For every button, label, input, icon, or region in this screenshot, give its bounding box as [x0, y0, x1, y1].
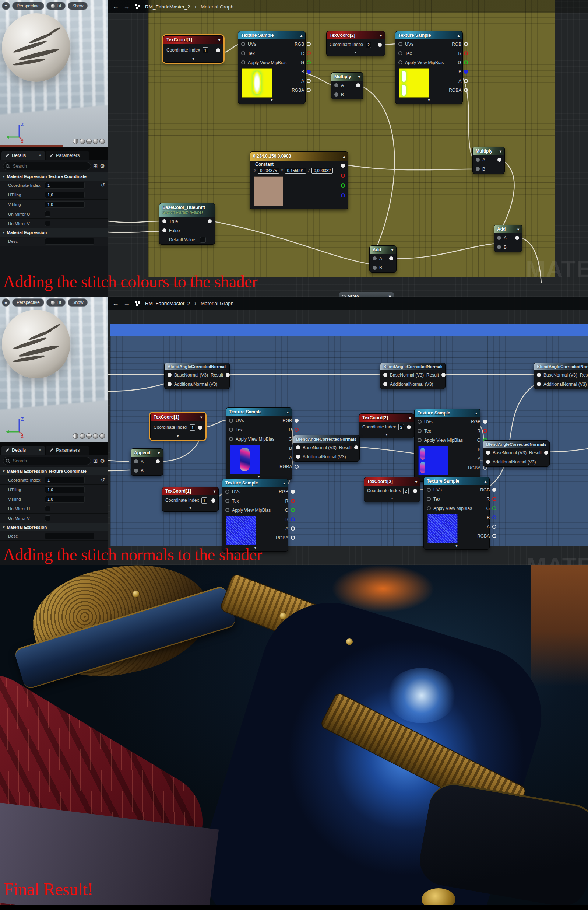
input-pin-basenormal[interactable]	[537, 373, 541, 377]
output-pin-result[interactable]	[441, 373, 446, 377]
chevron-up-icon[interactable]: ▴	[300, 34, 302, 37]
node-header[interactable]: Texture Sample▴	[226, 408, 292, 416]
gear-icon[interactable]: ⚙	[100, 458, 105, 464]
node-header[interactable]: Texture Sample▴	[396, 31, 462, 39]
breadcrumb-graph[interactable]: Material Graph	[201, 4, 233, 10]
node-header[interactable]: TexCoord[2]▾	[359, 414, 414, 422]
forward-icon[interactable]: →	[123, 300, 130, 306]
section-header[interactable]: ▾Material Expression Texture Coordinate	[0, 172, 108, 181]
collapse-chevron-icon[interactable]: ▾	[150, 434, 205, 439]
output-pin[interactable]	[413, 489, 417, 493]
input-pin-additionalnormal[interactable]	[486, 460, 490, 464]
reset-icon[interactable]: ↺	[101, 182, 105, 188]
chevron-down-icon[interactable]: ▾	[358, 75, 360, 79]
node-header[interactable]: TexCoord[2]▾	[326, 31, 385, 39]
node-texsample[interactable]: Texture Sample▴UVsTexApply View MipBiasR…	[226, 408, 292, 481]
input-pin-basenormal[interactable]	[383, 373, 387, 377]
output-pin-r[interactable]	[291, 499, 295, 503]
hamburger-icon[interactable]: ≡	[2, 2, 10, 10]
viewport-button-lit[interactable]: Lit	[47, 2, 66, 10]
input-pin-b[interactable]	[134, 469, 138, 473]
chevron-up-icon[interactable]: ▴	[343, 154, 345, 159]
texture-preview[interactable]	[399, 68, 429, 98]
input-pin-apply-view-mipbias[interactable]	[398, 60, 402, 65]
node-header[interactable]: TexCoord[1]▾	[162, 487, 218, 495]
output-pin-g[interactable]	[307, 60, 311, 65]
graph-icon[interactable]	[134, 4, 141, 10]
section-header[interactable]: ▾Material Expression	[0, 523, 108, 531]
grid-icon[interactable]: ⊞	[93, 458, 98, 464]
coordinate-index-value[interactable]: 2	[366, 42, 371, 48]
input-pin-tex[interactable]	[225, 499, 229, 503]
output-pin[interactable]	[378, 43, 382, 47]
output-pin-g[interactable]	[291, 508, 295, 512]
node-header[interactable]: TexCoord[1]▾	[150, 413, 205, 421]
texture-preview[interactable]	[226, 516, 256, 545]
chevron-down-icon[interactable]: ▾	[415, 480, 417, 484]
search-input[interactable]	[3, 162, 91, 170]
constant-value[interactable]: 0,234375	[258, 168, 279, 173]
chevron-up-icon[interactable]: ▴	[485, 479, 486, 483]
node-header[interactable]: Multiply▾	[331, 73, 363, 81]
texture-preview[interactable]	[230, 445, 260, 474]
chevron-up-icon[interactable]: ▴	[283, 481, 285, 485]
checkbox[interactable]	[45, 506, 50, 512]
collapse-chevron-icon[interactable]: ▾	[326, 50, 385, 56]
back-icon[interactable]: ←	[112, 300, 119, 306]
search-input[interactable]	[3, 457, 91, 465]
chevron-down-icon[interactable]: ▾	[158, 451, 160, 455]
input-pin-uvs[interactable]	[225, 490, 229, 494]
reset-icon[interactable]: ↺	[101, 477, 105, 483]
tab-details[interactable]: Details ×	[2, 151, 45, 160]
node-texcoord[interactable]: TexCoord[2]▾Coordinate Index2▾	[359, 413, 414, 439]
node-op[interactable]: Add▾AB	[494, 225, 522, 252]
chevron-down-icon[interactable]: ▾	[218, 38, 220, 42]
collapse-chevron-icon[interactable]: ▾	[424, 543, 489, 549]
texture-preview[interactable]	[428, 514, 458, 543]
viewport-button-show[interactable]: Show	[68, 2, 88, 10]
node-bacn[interactable]: BlendAngleCorrectedNormalsBaseNormal (V3…	[380, 363, 446, 389]
node-op[interactable]: Append▾AB	[131, 449, 163, 476]
output-pin-a[interactable]	[291, 526, 295, 531]
output-pin-rgb[interactable]	[291, 490, 295, 494]
output-pin-rgba[interactable]	[291, 536, 295, 540]
input-pin-uvs[interactable]	[398, 42, 402, 46]
chevron-down-icon[interactable]: ▾	[213, 489, 215, 493]
coordinate-index-value[interactable]: 1	[190, 424, 195, 431]
node-header[interactable]: BlendAngleCorrectedNormals	[165, 363, 229, 370]
output-pin[interactable]	[389, 256, 393, 261]
value-field[interactable]: 1,0	[45, 486, 85, 493]
node-op[interactable]: Add▾AB	[369, 245, 397, 273]
input-pin-apply-view-mipbias[interactable]	[229, 437, 233, 441]
output-pin[interactable]	[498, 158, 501, 162]
input-pin-a[interactable]	[476, 158, 480, 162]
collapse-chevron-icon[interactable]: ▾	[238, 98, 305, 104]
node-bacn[interactable]: BlendAngleCorrectedNormalsBaseNormal (V3…	[533, 363, 588, 389]
material-graph-colours[interactable]: MATERIAL TexCoord[1]▾Coordinate Index1▾T…	[108, 0, 588, 296]
output-pin[interactable]	[407, 425, 411, 429]
output-pin-rgba[interactable]	[294, 465, 299, 469]
input-pin-apply-view-mipbias[interactable]	[225, 508, 229, 512]
output-pin[interactable]	[341, 164, 345, 168]
checkbox[interactable]	[45, 515, 50, 521]
viewport-button-show[interactable]: Show	[68, 298, 88, 306]
node-header[interactable]: Multiply▾	[473, 147, 504, 155]
hamburger-icon[interactable]: ≡	[2, 298, 10, 306]
output-pin-b[interactable]	[492, 515, 496, 520]
chevron-down-icon[interactable]: ▾	[391, 248, 393, 252]
chevron-down-icon[interactable]: ▾	[517, 227, 519, 232]
node-header[interactable]: TexCoord[2]▾	[364, 478, 420, 486]
collapse-chevron-icon[interactable]: ▾	[163, 57, 223, 62]
default-value-checkbox[interactable]	[200, 237, 206, 243]
input-pin-b[interactable]	[497, 245, 501, 249]
checkbox[interactable]	[45, 211, 50, 217]
node-texsample[interactable]: Texture Sample▴UVsTexApply View MipBiasR…	[395, 31, 463, 104]
output-pin-r[interactable]	[483, 429, 487, 433]
preview-shape-icons[interactable]	[73, 139, 105, 144]
viewport-button-lit[interactable]: Lit	[47, 298, 66, 306]
output-pin-r[interactable]	[492, 497, 496, 501]
node-header[interactable]: Add▾	[494, 225, 522, 233]
node-texsample[interactable]: Texture Sample▴UVsTexApply View MipBiasR…	[222, 479, 288, 552]
node-texcoord[interactable]: TexCoord[1]▾Coordinate Index1▾	[150, 413, 205, 440]
back-icon[interactable]: ←	[112, 3, 119, 10]
